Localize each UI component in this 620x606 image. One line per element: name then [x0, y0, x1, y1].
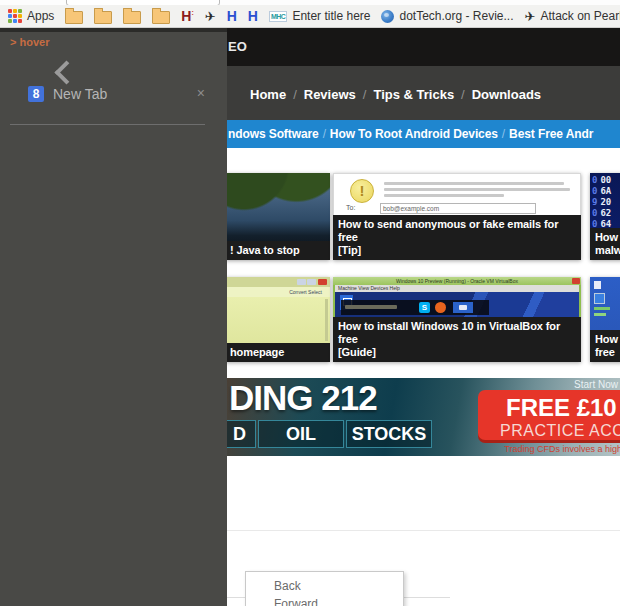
featured-links-bar: ndows Software/How To Root Android Devic… — [227, 120, 620, 148]
screen: Apps H: ✈ H H MHC Enter title here dotTe… — [0, 0, 620, 606]
chevron-left-icon — [54, 60, 78, 84]
context-menu-forward[interactable]: Forward — [246, 595, 403, 606]
window-toolbar: Convert Select — [227, 287, 330, 297]
ad-button-line2: PRACTICE ACC — [478, 422, 620, 440]
bookmark-folder-4[interactable] — [152, 9, 170, 24]
bookmark-h-blue-2[interactable]: H — [248, 8, 258, 24]
thumb-image-browser-window: Convert Select — [227, 277, 330, 343]
ad-tab-oil[interactable]: OIL — [258, 420, 344, 448]
close-icon[interactable]: × — [197, 85, 205, 101]
bookmark-h-blue-1[interactable]: H — [227, 8, 237, 24]
nav-separator: / — [454, 87, 472, 102]
folder-icon — [94, 11, 112, 24]
h-red-icon: H: — [181, 8, 193, 24]
article-thumb-windows10-virtualbox[interactable]: Windows 10 Preview (Running) - Oracle VM… — [333, 277, 581, 362]
bookmarks-bar: Apps H: ✈ H H MHC Enter title here dotTe… — [0, 5, 620, 28]
bookmark-h-red[interactable]: H: — [181, 8, 193, 24]
article-caption: How to install Windows 10 in VirtualBox … — [333, 317, 581, 362]
bookmark-plane-1[interactable]: ✈ — [205, 9, 216, 24]
bookmark-pearl-harbor[interactable]: ✈ Attack on Pearl Har... — [525, 9, 620, 24]
desktop-label — [594, 307, 610, 310]
ad-free-cash-button[interactable]: FREE £10 C PRACTICE ACC — [478, 390, 620, 440]
ad-start-now[interactable]: Start Now — [574, 379, 618, 390]
folder-icon — [65, 11, 83, 24]
article-caption: How free — [590, 330, 620, 362]
bookmark-folder-1[interactable] — [65, 9, 83, 24]
hex-col: 6A — [597, 186, 611, 196]
skype-icon: S — [419, 302, 430, 313]
dock-text-bar — [345, 305, 397, 309]
window-body — [227, 297, 330, 343]
h-blue-icon: H — [227, 8, 237, 24]
trading212-ad-banner[interactable]: DING 212 D OIL STOCKS Start Now FREE £10… — [227, 378, 620, 456]
subnav-separator: / — [319, 127, 330, 141]
ad-tab-stocks[interactable]: STOCKS — [346, 420, 432, 448]
camera-tile-icon — [453, 302, 473, 313]
article-caption: How malw — [590, 228, 620, 260]
ad-title: DING 212 — [229, 378, 377, 418]
hover-debug-label: > hover — [10, 36, 49, 48]
tab-sidebar-panel: > hover 8 New Tab × — [0, 28, 227, 606]
thumb-image-hexdump: 000 06A 920 062 064 — [590, 173, 620, 228]
article-thumb-fake-emails[interactable]: ! To: bob@example.com From: alice@exampl… — [333, 173, 581, 260]
sidebar-item-new-tab[interactable]: 8 New Tab × — [0, 82, 227, 108]
tab-title: New Tab — [53, 86, 107, 102]
nav-separator: / — [356, 87, 374, 102]
bookmark-enter-title[interactable]: MHC Enter title here — [269, 9, 371, 23]
ad-tab-gold[interactable]: D — [227, 420, 256, 448]
plane-icon: ✈ — [205, 9, 216, 24]
panel-top-edge — [0, 28, 227, 32]
hex-col: 62 — [597, 208, 611, 218]
thumb-image-sky-tree — [227, 173, 330, 241]
nav-downloads[interactable]: Downloads — [472, 87, 541, 102]
hex-col: 00 — [597, 175, 611, 185]
nav-home[interactable]: Home — [250, 87, 286, 102]
folder-icon — [123, 11, 141, 24]
article-thumb-malware[interactable]: 000 06A 920 062 064 How malw — [590, 173, 620, 260]
context-menu: Back Forward — [245, 571, 404, 606]
vm-window-title: Windows 10 Preview (Running) - Oracle VM… — [333, 277, 581, 285]
site-header-bar: EO — [227, 28, 620, 66]
bookmark-folder-2[interactable] — [94, 9, 112, 24]
plane-icon: ✈ — [525, 9, 536, 24]
mhc-icon: MHC — [269, 11, 287, 22]
apps-button[interactable]: Apps — [8, 9, 54, 23]
warning-icon: ! — [350, 179, 374, 203]
main-nav: Home/Reviews/Tips & Tricks/Downloads — [227, 66, 620, 120]
subnav-best-free-android[interactable]: Best Free Andr — [509, 127, 593, 141]
bookmark-label: dotTech.org - Revie... — [399, 9, 513, 23]
to-field: bob@example.com — [380, 203, 536, 214]
subnav-separator: / — [498, 127, 509, 141]
apps-grid-icon — [8, 9, 22, 23]
article-caption: homepage — [227, 343, 330, 362]
nav-reviews[interactable]: Reviews — [304, 87, 356, 102]
bookmark-label: Attack on Pearl Har... — [540, 9, 620, 23]
article-caption: ! Java to stop — [227, 241, 330, 260]
vm-desktop: S — [335, 292, 579, 317]
close-window-icon — [318, 279, 327, 285]
minimize-icon — [297, 279, 306, 285]
subnav-windows-software[interactable]: ndows Software — [228, 127, 319, 141]
vm-dock: S — [341, 300, 489, 315]
vm-menu-bar: Machine View Devices Help — [335, 285, 579, 292]
desktop-icon — [594, 281, 601, 289]
article-thumb-java[interactable]: ! Java to stop — [227, 173, 330, 260]
hex-col: 64 — [597, 219, 611, 228]
article-caption: How to send anonymous or fake emails for… — [333, 215, 581, 260]
globe-icon — [381, 10, 394, 23]
h-blue-icon: H — [248, 8, 258, 24]
header-menu-fragment: EO — [228, 39, 247, 54]
article-thumb-homepage[interactable]: Convert Select homepage — [227, 277, 330, 362]
maximize-icon — [307, 279, 316, 285]
nav-separator: / — [286, 87, 304, 102]
context-menu-back[interactable]: Back — [246, 577, 403, 595]
subnav-root-android[interactable]: How To Root Android Devices — [330, 127, 498, 141]
nav-tips-tricks[interactable]: Tips & Tricks — [373, 87, 454, 102]
bookmark-folder-3[interactable] — [123, 9, 141, 24]
folder-icon — [152, 11, 170, 24]
divider — [10, 124, 205, 125]
thumb-image-email-form: ! To: bob@example.com From: alice@exampl… — [333, 173, 581, 215]
thumb-image-virtualbox: Windows 10 Preview (Running) - Oracle VM… — [333, 277, 581, 317]
bookmark-dottech[interactable]: dotTech.org - Revie... — [381, 9, 513, 23]
article-thumb-free[interactable]: How free — [590, 277, 620, 362]
